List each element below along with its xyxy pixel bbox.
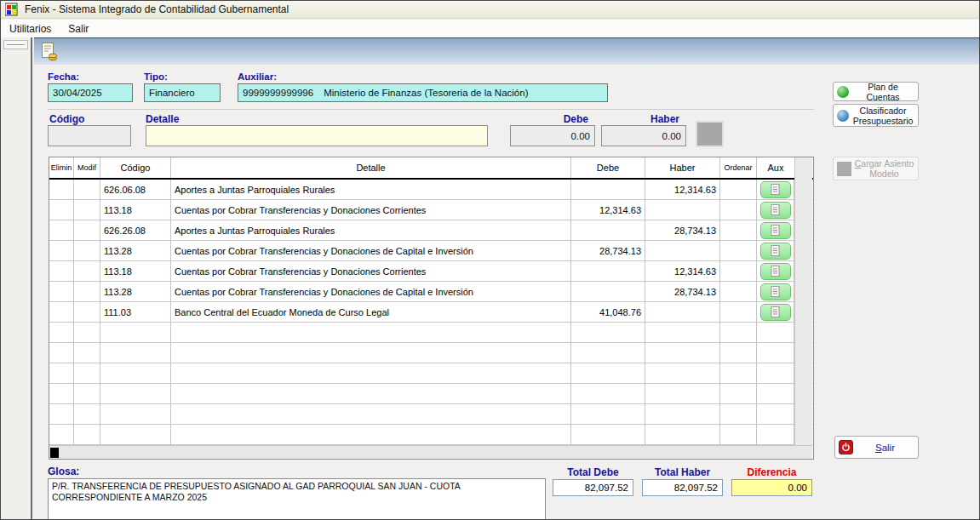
cell-debe [571,323,645,342]
cell-aux [757,425,794,444]
glosa-textarea[interactable]: P/R. TRANSFERENCIA DE PRESUPUESTO ASIGNA… [48,478,546,520]
app-icon [5,3,19,16]
header-haber[interactable]: Haber [645,157,720,178]
plan-de-cuentas-button[interactable]: Plan de Cuentas [833,82,919,101]
app-window: Fenix - Sistema Integrado de Contabilida… [0,0,980,520]
document-coins-icon[interactable] [41,42,59,61]
panel-grip[interactable] [3,40,28,49]
cell-detalle: Aportes a Juntas Parroquiales Rurales [171,220,571,240]
cell-modif [74,261,100,281]
cell-aux [757,241,794,260]
cell-elimin [49,261,74,281]
fecha-field[interactable]: 30/04/2025 [48,83,133,102]
toolbar [34,37,980,65]
table-row[interactable]: 113.18Cuentas por Cobrar Transferencias … [49,200,813,220]
glosa-label: Glosa: [48,466,79,477]
cell-elimin [49,282,74,301]
total-haber-value: 82,097.52 [674,483,718,493]
cell-detalle: Cuentas por Cobrar Transferencias y Dona… [171,241,571,260]
aux-button[interactable] [760,222,791,239]
grid-body: 626.06.08Aportes a Juntas Parroquiales R… [49,180,813,445]
cell-codigo: 111.03 [100,302,171,322]
table-row[interactable]: 626.06.08Aportes a Juntas Parroquiales R… [49,180,813,200]
cargar-label-line2: Modelo [869,169,898,179]
header-modif[interactable]: Modif [74,157,100,178]
blue-sphere-icon [837,110,849,122]
auxiliar-field[interactable]: 9999999999996 Ministerio de Finanzas (Te… [238,83,608,102]
cell-detalle [171,404,571,424]
clasificador-presupuestario-button[interactable]: Clasificador Presupuestario [833,104,919,127]
diferencia-value: 0.00 [788,483,807,493]
entries-grid: Elimin Modif Código Detalle Debe Haber O… [49,157,813,459]
auxiliar-code: 9999999999996 [243,88,313,98]
cell-aux [757,220,794,240]
detalle-input[interactable] [146,125,488,146]
menu-utilitarios[interactable]: Utilitarios [1,21,60,37]
header-detalle[interactable]: Detalle [171,157,571,178]
tipo-field[interactable]: Financiero [144,83,221,102]
gray-square-icon [837,162,851,176]
haber-input[interactable]: 0.00 [601,125,686,146]
cargar-label-line1: argar Asiento [861,158,914,169]
cell-ordenar [720,200,757,220]
cell-ordenar [720,302,757,322]
add-entry-button[interactable] [696,121,724,147]
table-row[interactable]: 111.03Banco Central del Ecuador Moneda d… [49,302,813,323]
cell-codigo: 113.18 [100,261,171,281]
aux-button[interactable] [760,283,791,300]
debe-input[interactable]: 0.00 [510,125,595,146]
cell-modif [74,363,100,383]
cell-ordenar [720,323,757,342]
cell-elimin [49,302,74,322]
aux-button[interactable] [760,263,791,280]
aux-button[interactable] [760,202,791,219]
aux-button[interactable] [760,304,791,321]
table-row[interactable] [49,404,813,425]
auxiliar-label: Auxiliar: [238,71,277,82]
header-ordenar[interactable]: Ordenar [720,157,757,178]
cell-modif [74,425,100,444]
green-sphere-icon [837,86,849,98]
header-elimin[interactable]: Elimin [49,157,74,178]
table-row[interactable]: 113.28Cuentas por Cobrar Transferencias … [49,241,813,261]
separator-line [48,109,814,110]
aux-button[interactable] [760,243,791,260]
table-row[interactable] [49,343,813,363]
table-row[interactable] [49,363,813,384]
cell-modif [74,282,100,301]
horizontal-scrollbar[interactable] [49,445,812,459]
cell-ordenar [720,343,757,363]
cell-ordenar [720,363,757,383]
cell-ordenar [720,384,757,403]
cell-aux [757,384,794,403]
cell-aux [757,282,794,301]
table-row[interactable]: 626.26.08Aportes a Juntas Parroquiales R… [49,220,813,241]
cell-debe [571,363,645,383]
total-debe-field: 82,097.52 [553,479,633,496]
auxiliar-name: Ministerio de Finanzas (Tesoreria de la … [324,88,528,98]
salir-button[interactable]: Salir [834,436,919,459]
cell-modif [74,343,100,363]
header-aux[interactable]: Aux [757,157,794,178]
cell-debe [571,180,645,199]
table-row[interactable] [49,425,813,445]
cell-haber [645,200,720,220]
cell-aux [757,343,794,363]
header-debe[interactable]: Debe [571,157,645,178]
cell-haber [645,302,720,322]
header-codigo[interactable]: Código [100,157,171,178]
codigo-input[interactable] [48,125,131,146]
table-row[interactable] [49,323,813,343]
table-row[interactable]: 113.28Cuentas por Cobrar Transferencias … [49,282,813,302]
table-row[interactable] [49,384,813,404]
aux-button[interactable] [760,181,791,198]
vertical-scrollbar[interactable] [794,157,812,445]
clasificador-label-line2: Presupuestario [853,116,914,126]
fecha-label: Fecha: [48,71,79,82]
menu-salir[interactable]: Salir [60,21,97,37]
table-row[interactable]: 113.18Cuentas por Cobrar Transferencias … [49,261,813,282]
cell-debe: 28,734.13 [571,241,645,260]
cargar-asiento-modelo-button[interactable]: Cargar Asiento Modelo [833,157,919,180]
horizontal-scrollbar-thumb[interactable] [50,448,59,458]
cell-debe [571,404,645,424]
